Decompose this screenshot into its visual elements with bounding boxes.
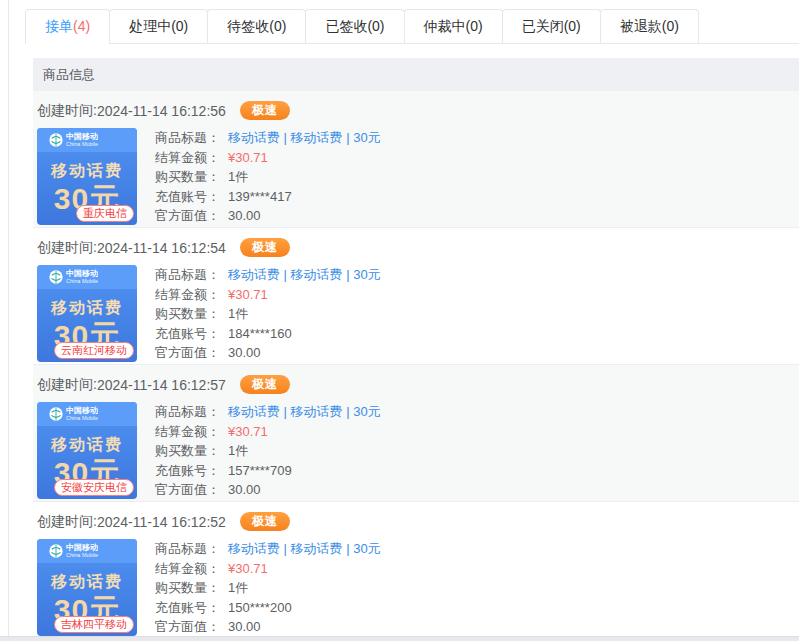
tab-processing[interactable]: 处理中(0)	[109, 9, 208, 43]
product-card-image[interactable]: 中国移动 China Mobile 移动话费 30元 安徽安庆电信	[37, 402, 137, 499]
created-time-label: 创建时间:	[37, 102, 97, 120]
express-badge: 极速	[240, 375, 290, 394]
created-time-value: 2024-11-14 16:12:57	[97, 377, 226, 393]
order-row: 创建时间:2024-11-14 16:12:54 极速 中国移动	[33, 228, 799, 365]
tab-label: 已关闭	[522, 18, 564, 34]
created-time-label: 创建时间:	[37, 376, 97, 394]
created-time-value: 2024-11-14 16:12:56	[97, 103, 226, 119]
product-title-link[interactable]: 移动话费 | 移动话费 | 30元	[228, 541, 381, 556]
recharge-account-label: 充值账号：	[155, 600, 220, 615]
express-badge: 极速	[240, 512, 290, 531]
region-tag: 吉林四平移动	[54, 616, 134, 633]
tab-count: (0)	[564, 18, 581, 34]
settle-amount-value: ¥30.71	[228, 561, 268, 576]
express-badge: 极速	[240, 238, 290, 257]
sidebar-edge-divider	[8, 0, 9, 641]
card-product-name: 移动话费	[37, 161, 137, 182]
card-brand-text: 中国移动 China Mobile	[66, 406, 124, 422]
recharge-account-value: 139****417	[228, 189, 292, 204]
tab-label: 已签收	[325, 18, 367, 34]
product-title-label: 商品标题：	[155, 130, 220, 145]
china-mobile-logo-icon	[49, 407, 63, 421]
settle-amount-label: 结算金额：	[155, 561, 220, 576]
region-tag: 安徽安庆电信	[54, 479, 134, 496]
china-mobile-logo-icon	[49, 544, 63, 558]
tab-count: (0)	[171, 18, 188, 34]
brand-name-cn: 中国移动	[66, 407, 113, 414]
brand-name-cn: 中国移动	[66, 133, 113, 140]
card-brand-band: 中国移动 China Mobile	[37, 265, 137, 289]
face-value-value: 30.00	[228, 345, 261, 360]
tab-label: 待签收	[227, 18, 269, 34]
tab-count: (0)	[367, 18, 384, 34]
brand-name-cn: 中国移动	[66, 270, 113, 277]
product-title-label: 商品标题：	[155, 541, 220, 556]
tab-count: (0)	[662, 18, 679, 34]
product-title-label: 商品标题：	[155, 267, 220, 282]
order-status-tabs: 接单(4) 处理中(0) 待签收(0) 已签收(0) 仲裁中(0) 已关闭(0)…	[25, 9, 799, 44]
tab-count: (0)	[269, 18, 286, 34]
brand-name-en: China Mobile	[66, 143, 98, 147]
quantity-value: 1件	[228, 169, 248, 184]
order-row: 创建时间:2024-11-14 16:12:57 极速 中国移动	[33, 365, 799, 502]
card-brand-text: 中国移动 China Mobile	[66, 543, 124, 559]
order-details: 商品标题：移动话费 | 移动话费 | 30元 结算金额：¥30.71 购买数量：…	[155, 128, 381, 226]
tab-count: (0)	[466, 18, 483, 34]
face-value-value: 30.00	[228, 482, 261, 497]
card-product-name: 移动话费	[37, 435, 137, 456]
face-value-label: 官方面值：	[155, 619, 220, 634]
product-card-image[interactable]: 中国移动 China Mobile 移动话费 30元 云南红河移动	[37, 265, 137, 362]
tab-count: (4)	[73, 18, 90, 34]
product-title-link[interactable]: 移动话费 | 移动话费 | 30元	[228, 267, 381, 282]
main-content: 接单(4) 处理中(0) 待签收(0) 已签收(0) 仲裁中(0) 已关闭(0)…	[25, 9, 799, 639]
product-card-image[interactable]: 中国移动 China Mobile 移动话费 30元 吉林四平移动	[37, 539, 137, 636]
card-brand-band: 中国移动 China Mobile	[37, 539, 137, 563]
brand-name-cn: 中国移动	[66, 544, 113, 551]
recharge-account-value: 150****200	[228, 600, 292, 615]
quantity-label: 购买数量：	[155, 580, 220, 595]
settle-amount-label: 结算金额：	[155, 424, 220, 439]
product-title-link[interactable]: 移动话费 | 移动话费 | 30元	[228, 404, 381, 419]
tab-refunded[interactable]: 被退款(0)	[600, 9, 699, 43]
card-brand-band: 中国移动 China Mobile	[37, 402, 137, 426]
created-time-label: 创建时间:	[37, 513, 97, 531]
created-time: 创建时间:2024-11-14 16:12:54 极速	[37, 238, 799, 257]
order-details: 商品标题：移动话费 | 移动话费 | 30元 结算金额：¥30.71 购买数量：…	[155, 265, 381, 363]
tab-label: 仲裁中	[424, 18, 466, 34]
panel-header-product-info: 商品信息	[33, 58, 799, 91]
express-badge: 极速	[240, 101, 290, 120]
order-details: 商品标题：移动话费 | 移动话费 | 30元 结算金额：¥30.71 购买数量：…	[155, 539, 381, 637]
created-time: 创建时间:2024-11-14 16:12:57 极速	[37, 375, 799, 394]
order-row: 创建时间:2024-11-14 16:12:56 极速 中国移动	[33, 91, 799, 228]
tab-accept-orders[interactable]: 接单(4)	[25, 9, 110, 44]
product-card-image[interactable]: 中国移动 China Mobile 移动话费 30元 重庆电信	[37, 128, 137, 225]
region-tag: 重庆电信	[76, 205, 134, 222]
created-time-label: 创建时间:	[37, 239, 97, 257]
tab-received[interactable]: 已签收(0)	[305, 9, 404, 43]
recharge-account-label: 充值账号：	[155, 189, 220, 204]
region-tag: 云南红河移动	[54, 342, 134, 359]
quantity-label: 购买数量：	[155, 169, 220, 184]
card-product-name: 移动话费	[37, 572, 137, 593]
settle-amount-label: 结算金额：	[155, 150, 220, 165]
quantity-value: 1件	[228, 306, 248, 321]
tab-arbitration[interactable]: 仲裁中(0)	[404, 9, 503, 43]
tab-closed[interactable]: 已关闭(0)	[502, 9, 601, 43]
quantity-label: 购买数量：	[155, 443, 220, 458]
quantity-value: 1件	[228, 443, 248, 458]
card-product-name: 移动话费	[37, 298, 137, 319]
recharge-account-value: 184****160	[228, 326, 292, 341]
recharge-account-value: 157****709	[228, 463, 292, 478]
horizontal-scrollbar[interactable]	[0, 636, 799, 641]
tab-label: 接单	[45, 18, 73, 34]
face-value-label: 官方面值：	[155, 208, 220, 223]
brand-name-en: China Mobile	[66, 280, 98, 284]
china-mobile-logo-icon	[49, 270, 63, 284]
tab-label: 被退款	[620, 18, 662, 34]
face-value-value: 30.00	[228, 208, 261, 223]
tab-pending-receipt[interactable]: 待签收(0)	[207, 9, 306, 43]
created-time-value: 2024-11-14 16:12:54	[97, 240, 226, 256]
settle-amount-value: ¥30.71	[228, 424, 268, 439]
product-title-label: 商品标题：	[155, 404, 220, 419]
product-title-link[interactable]: 移动话费 | 移动话费 | 30元	[228, 130, 381, 145]
